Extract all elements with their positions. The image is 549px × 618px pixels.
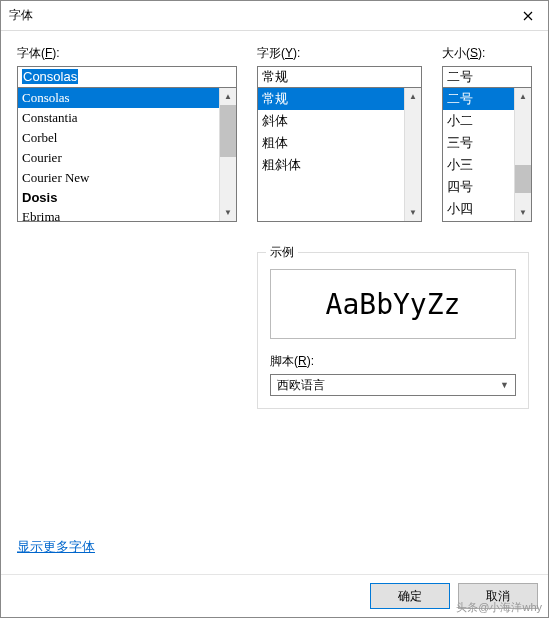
scroll-down-icon[interactable]: ▼: [515, 204, 531, 221]
cancel-button[interactable]: 取消: [458, 583, 538, 609]
font-label: 字体(F):: [17, 45, 237, 62]
font-dialog: 字体 字体(F): Consolas ConsolasConstantiaCor…: [0, 0, 549, 618]
list-item[interactable]: 常规: [258, 88, 404, 110]
scroll-down-icon[interactable]: ▼: [220, 204, 236, 221]
font-input[interactable]: Consolas: [17, 66, 237, 88]
list-item[interactable]: Constantia: [18, 108, 219, 128]
list-item[interactable]: 五号: [443, 220, 514, 221]
close-icon: [523, 11, 533, 21]
list-item[interactable]: 四号: [443, 176, 514, 198]
button-bar: 确定 取消: [1, 574, 548, 617]
list-item[interactable]: Courier: [18, 148, 219, 168]
size-column: 大小(S): 二号小二三号小三四号小四五号 ▲ ▼: [442, 45, 532, 222]
more-fonts-link[interactable]: 显示更多字体: [17, 538, 95, 556]
titlebar: 字体: [1, 1, 548, 31]
close-button[interactable]: [508, 1, 548, 31]
list-item[interactable]: 二号: [443, 88, 514, 110]
scroll-up-icon[interactable]: ▲: [220, 88, 236, 105]
font-column: 字体(F): Consolas ConsolasConstantiaCorbel…: [17, 45, 237, 222]
list-item[interactable]: 斜体: [258, 110, 404, 132]
list-item[interactable]: Ebrima: [18, 207, 219, 221]
size-list[interactable]: 二号小二三号小三四号小四五号 ▲ ▼: [442, 87, 532, 222]
scroll-up-icon[interactable]: ▲: [515, 88, 531, 105]
list-item[interactable]: Dosis: [18, 188, 219, 207]
list-item[interactable]: Corbel: [18, 128, 219, 148]
list-item[interactable]: 三号: [443, 132, 514, 154]
scroll-up-icon[interactable]: ▲: [405, 88, 421, 105]
font-list[interactable]: ConsolasConstantiaCorbelCourierCourier N…: [17, 87, 237, 222]
size-input[interactable]: [442, 66, 532, 88]
font-scrollbar[interactable]: ▲ ▼: [219, 88, 236, 221]
dialog-body: 字体(F): Consolas ConsolasConstantiaCorbel…: [1, 31, 548, 574]
size-label: 大小(S):: [442, 45, 532, 62]
ok-button[interactable]: 确定: [370, 583, 450, 609]
script-select[interactable]: 西欧语言 ▼: [270, 374, 516, 396]
list-item[interactable]: 小三: [443, 154, 514, 176]
list-item[interactable]: 粗体: [258, 132, 404, 154]
window-title: 字体: [9, 7, 33, 24]
style-label: 字形(Y):: [257, 45, 422, 62]
style-scrollbar[interactable]: ▲ ▼: [404, 88, 421, 221]
chevron-down-icon: ▼: [496, 380, 513, 390]
style-column: 字形(Y): 常规斜体粗体粗斜体 ▲ ▼: [257, 45, 422, 222]
list-item[interactable]: Courier New: [18, 168, 219, 188]
scroll-down-icon[interactable]: ▼: [405, 204, 421, 221]
size-scrollbar[interactable]: ▲ ▼: [514, 88, 531, 221]
list-item[interactable]: 粗斜体: [258, 154, 404, 176]
list-item[interactable]: 小四: [443, 198, 514, 220]
sample-label: 示例: [266, 244, 298, 261]
script-label: 脚本(R):: [270, 353, 516, 370]
list-item[interactable]: Consolas: [18, 88, 219, 108]
sample-group: 示例 AaBbYyZz 脚本(R): 西欧语言 ▼: [257, 252, 529, 409]
sample-preview: AaBbYyZz: [270, 269, 516, 339]
list-item[interactable]: 小二: [443, 110, 514, 132]
style-input[interactable]: [257, 66, 422, 88]
style-list[interactable]: 常规斜体粗体粗斜体 ▲ ▼: [257, 87, 422, 222]
